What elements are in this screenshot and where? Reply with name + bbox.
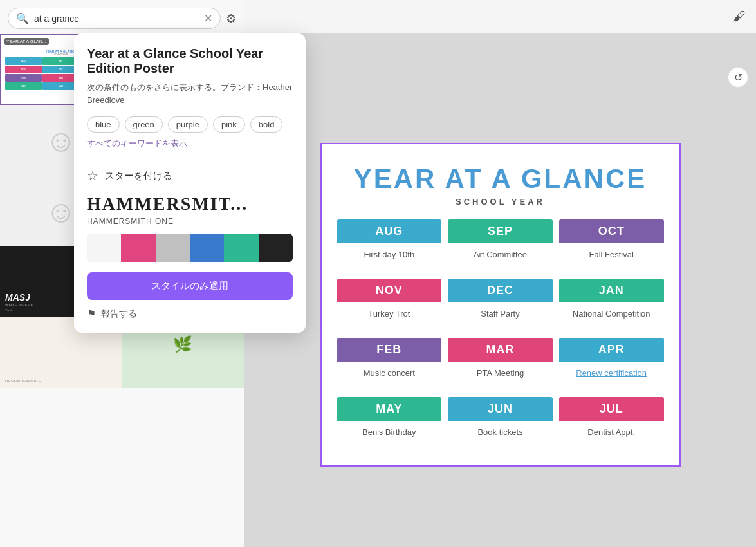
month-may[interactable]: MAY Ben's Birthday [337,397,442,450]
month-body-dec: Staff Party [448,302,553,331]
thumb-label: YEAR AT A GLAN... [4,38,49,45]
report-button[interactable]: ⚑ 報告する [87,308,293,320]
poster-subtitle: SCHOOL YEAR [337,197,664,207]
month-apr[interactable]: APR Renew certification [559,338,664,391]
month-header-feb: FEB [337,338,442,362]
swatch-blue [190,234,224,262]
show-all-keywords-link[interactable]: すべてのキーワードを表示 [87,138,293,149]
star-button[interactable]: ☆ スターを付ける [87,168,293,183]
month-dec[interactable]: DEC Staff Party [448,279,553,331]
month-feb[interactable]: FEB Music concert [337,338,442,391]
filter-button[interactable]: ⚙ [226,12,236,26]
month-jan[interactable]: JAN National Competition [559,279,664,331]
month-header-aug: AUG [337,219,442,243]
top-bar-right: 🖌 [733,9,746,24]
month-header-sep: SEP [448,219,553,243]
month-header-may: MAY [337,397,442,421]
month-mar[interactable]: MAR PTA Meeting [448,338,553,391]
font-preview: HAMMERSMIT... [87,194,293,214]
month-aug[interactable]: AUG First day 10th [337,219,442,272]
month-body-apr: Renew certification [559,362,664,391]
month-header-mar: MAR [448,338,553,362]
tag-green[interactable]: green [125,116,163,133]
month-body-oct: Fall Festival [559,243,664,272]
apply-style-button[interactable]: スタイルのみ適用 [87,272,293,300]
tag-blue[interactable]: blue [87,116,120,133]
month-body-nov: Turkey Trot [337,302,442,331]
thumb-dark-sub: WHILE INVESTI... [5,303,37,307]
paint-icon[interactable]: 🖌 [733,9,746,23]
flag-icon: ⚑ [87,308,96,320]
month-header-jul: JUL [559,397,664,421]
swatch-teal [224,234,258,262]
month-header-jun: JUN [448,397,553,421]
month-body-sep: Art Committee [448,243,553,272]
thumb-beige-text: DESIGN TEMPLATE [5,379,117,383]
month-nov[interactable]: NOV Turkey Trot [337,279,442,331]
divider [87,160,293,160]
month-header-dec: DEC [448,279,553,302]
swatch-black [259,234,293,262]
month-header-jan: JAN [559,279,664,302]
color-palette [87,234,293,262]
leaf-icon: 🌿 [127,335,239,353]
search-bar: 🔍 ✕ ⚙ [0,0,244,34]
month-body-may: Ben's Birthday [337,421,442,450]
month-grid: AUG First day 10th SEP Art Committee OCT… [337,219,664,450]
month-body-jun: Book tickets [448,421,553,450]
month-body-jan: National Competition [559,302,664,331]
swatch-pink [121,234,155,262]
swatch-white [87,234,121,262]
search-input-wrapper[interactable]: 🔍 ✕ [8,8,221,29]
font-name: HAMMERSMITH ONE [87,217,293,226]
month-sep[interactable]: SEP Art Committee [448,219,553,272]
thumb-label-text: YEAR AT A GLAN... [6,39,46,44]
month-body-mar: PTA Meeting [448,362,553,391]
month-header-nov: NOV [337,279,442,302]
month-jun[interactable]: JUN Book tickets [448,397,553,450]
popup-title: Year at a Glance School Year Edition Pos… [87,46,293,76]
month-header-oct: OCT [559,219,664,243]
month-body-feb: Music concert [337,362,442,391]
placeholder-icon: ☺ [45,194,77,229]
month-jul[interactable]: JUL Dentist Appt. [559,397,664,450]
search-icon: 🔍 [16,12,29,24]
star-icon: ☆ [87,168,98,183]
search-clear-button[interactable]: ✕ [204,12,212,24]
popup-tags: blue green purple pink bold [87,116,293,133]
report-label: 報告する [101,308,137,320]
star-label: スターを付ける [105,170,172,182]
month-body-aug: First day 10th [337,243,442,272]
popup-description: 次の条件のものをさらに表示する。ブランド：Heather Breedlove [87,81,293,106]
tag-bold[interactable]: bold [250,116,283,133]
tag-pink[interactable]: pink [213,116,245,133]
search-input[interactable] [34,14,199,24]
month-oct[interactable]: OCT Fall Festival [559,219,664,272]
main-canvas: ↺ YEAR AT A GLANCE SCHOOL YEAR AUG First… [244,33,756,547]
month-header-apr: APR [559,338,664,362]
tag-purple[interactable]: purple [168,116,208,133]
thumb-dark-title: Masj [5,292,30,303]
poster: YEAR AT A GLANCE SCHOOL YEAR AUG First d… [320,143,681,467]
placeholder-icon: ☺ [45,123,77,158]
swatch-gray [156,234,190,262]
popup-card: Year at a Glance School Year Edition Pos… [74,33,306,333]
apr-event-link[interactable]: Renew certification [576,368,647,378]
poster-title: YEAR AT A GLANCE [337,163,664,194]
month-body-jul: Dentist Appt. [559,421,664,450]
canvas-refresh-button[interactable]: ↺ [728,67,748,88]
